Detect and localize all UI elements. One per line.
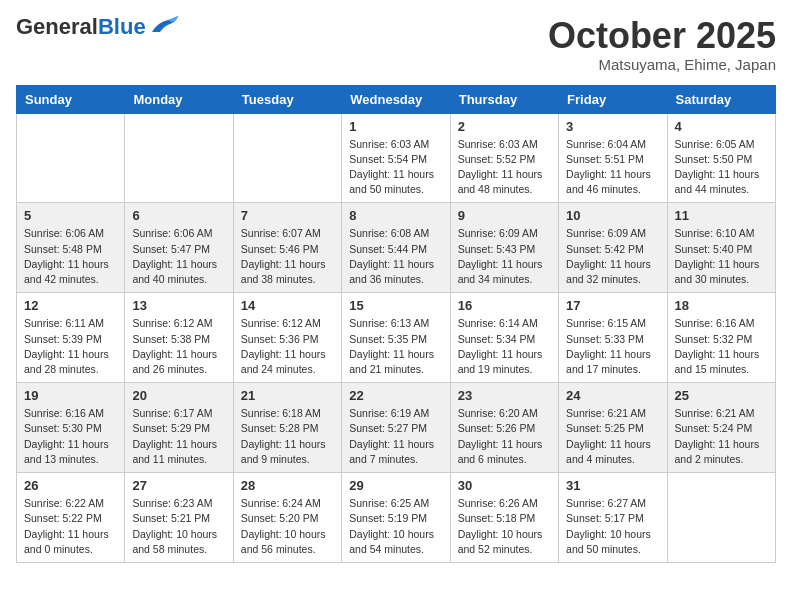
day-number: 26 [24,478,117,493]
day-number: 14 [241,298,334,313]
calendar-cell [125,113,233,203]
calendar-cell: 8Sunrise: 6:08 AM Sunset: 5:44 PM Daylig… [342,203,450,293]
day-info: Sunrise: 6:06 AM Sunset: 5:47 PM Dayligh… [132,226,225,287]
calendar-cell: 2Sunrise: 6:03 AM Sunset: 5:52 PM Daylig… [450,113,558,203]
calendar-cell: 15Sunrise: 6:13 AM Sunset: 5:35 PM Dayli… [342,293,450,383]
day-number: 25 [675,388,768,403]
day-info: Sunrise: 6:27 AM Sunset: 5:17 PM Dayligh… [566,496,659,557]
logo-general-text: General [16,14,98,39]
calendar-cell: 3Sunrise: 6:04 AM Sunset: 5:51 PM Daylig… [559,113,667,203]
calendar-cell: 23Sunrise: 6:20 AM Sunset: 5:26 PM Dayli… [450,383,558,473]
day-info: Sunrise: 6:04 AM Sunset: 5:51 PM Dayligh… [566,137,659,198]
day-info: Sunrise: 6:26 AM Sunset: 5:18 PM Dayligh… [458,496,551,557]
calendar-table: SundayMondayTuesdayWednesdayThursdayFrid… [16,85,776,563]
day-info: Sunrise: 6:19 AM Sunset: 5:27 PM Dayligh… [349,406,442,467]
day-info: Sunrise: 6:03 AM Sunset: 5:54 PM Dayligh… [349,137,442,198]
day-info: Sunrise: 6:15 AM Sunset: 5:33 PM Dayligh… [566,316,659,377]
day-number: 18 [675,298,768,313]
day-number: 6 [132,208,225,223]
logo: GeneralBlue [16,16,180,38]
calendar-cell: 21Sunrise: 6:18 AM Sunset: 5:28 PM Dayli… [233,383,341,473]
day-info: Sunrise: 6:21 AM Sunset: 5:25 PM Dayligh… [566,406,659,467]
day-info: Sunrise: 6:07 AM Sunset: 5:46 PM Dayligh… [241,226,334,287]
calendar-cell: 30Sunrise: 6:26 AM Sunset: 5:18 PM Dayli… [450,473,558,563]
page-header: GeneralBlue October 2025 Matsuyama, Ehim… [16,16,776,73]
calendar-week-row: 12Sunrise: 6:11 AM Sunset: 5:39 PM Dayli… [17,293,776,383]
weekday-header-wednesday: Wednesday [342,85,450,113]
weekday-header-monday: Monday [125,85,233,113]
calendar-week-row: 5Sunrise: 6:06 AM Sunset: 5:48 PM Daylig… [17,203,776,293]
day-info: Sunrise: 6:25 AM Sunset: 5:19 PM Dayligh… [349,496,442,557]
calendar-cell: 5Sunrise: 6:06 AM Sunset: 5:48 PM Daylig… [17,203,125,293]
day-number: 27 [132,478,225,493]
day-number: 8 [349,208,442,223]
day-info: Sunrise: 6:13 AM Sunset: 5:35 PM Dayligh… [349,316,442,377]
day-number: 21 [241,388,334,403]
day-number: 7 [241,208,334,223]
day-number: 30 [458,478,551,493]
calendar-week-row: 19Sunrise: 6:16 AM Sunset: 5:30 PM Dayli… [17,383,776,473]
calendar-cell: 9Sunrise: 6:09 AM Sunset: 5:43 PM Daylig… [450,203,558,293]
calendar-cell: 22Sunrise: 6:19 AM Sunset: 5:27 PM Dayli… [342,383,450,473]
day-number: 29 [349,478,442,493]
calendar-cell: 4Sunrise: 6:05 AM Sunset: 5:50 PM Daylig… [667,113,775,203]
day-info: Sunrise: 6:16 AM Sunset: 5:30 PM Dayligh… [24,406,117,467]
day-number: 4 [675,119,768,134]
calendar-cell: 12Sunrise: 6:11 AM Sunset: 5:39 PM Dayli… [17,293,125,383]
month-title: October 2025 [548,16,776,56]
day-number: 31 [566,478,659,493]
day-info: Sunrise: 6:11 AM Sunset: 5:39 PM Dayligh… [24,316,117,377]
day-number: 16 [458,298,551,313]
day-info: Sunrise: 6:12 AM Sunset: 5:36 PM Dayligh… [241,316,334,377]
weekday-header-thursday: Thursday [450,85,558,113]
calendar-header-row: SundayMondayTuesdayWednesdayThursdayFrid… [17,85,776,113]
day-info: Sunrise: 6:03 AM Sunset: 5:52 PM Dayligh… [458,137,551,198]
day-info: Sunrise: 6:09 AM Sunset: 5:43 PM Dayligh… [458,226,551,287]
calendar-week-row: 1Sunrise: 6:03 AM Sunset: 5:54 PM Daylig… [17,113,776,203]
calendar-cell: 18Sunrise: 6:16 AM Sunset: 5:32 PM Dayli… [667,293,775,383]
day-info: Sunrise: 6:22 AM Sunset: 5:22 PM Dayligh… [24,496,117,557]
day-number: 12 [24,298,117,313]
day-info: Sunrise: 6:05 AM Sunset: 5:50 PM Dayligh… [675,137,768,198]
calendar-cell: 16Sunrise: 6:14 AM Sunset: 5:34 PM Dayli… [450,293,558,383]
day-info: Sunrise: 6:24 AM Sunset: 5:20 PM Dayligh… [241,496,334,557]
calendar-cell: 24Sunrise: 6:21 AM Sunset: 5:25 PM Dayli… [559,383,667,473]
calendar-week-row: 26Sunrise: 6:22 AM Sunset: 5:22 PM Dayli… [17,473,776,563]
day-info: Sunrise: 6:10 AM Sunset: 5:40 PM Dayligh… [675,226,768,287]
calendar-cell: 28Sunrise: 6:24 AM Sunset: 5:20 PM Dayli… [233,473,341,563]
calendar-cell: 13Sunrise: 6:12 AM Sunset: 5:38 PM Dayli… [125,293,233,383]
logo-bird-icon [150,14,180,36]
calendar-cell [17,113,125,203]
calendar-cell [233,113,341,203]
calendar-cell: 11Sunrise: 6:10 AM Sunset: 5:40 PM Dayli… [667,203,775,293]
day-info: Sunrise: 6:12 AM Sunset: 5:38 PM Dayligh… [132,316,225,377]
day-info: Sunrise: 6:23 AM Sunset: 5:21 PM Dayligh… [132,496,225,557]
calendar-cell: 7Sunrise: 6:07 AM Sunset: 5:46 PM Daylig… [233,203,341,293]
day-number: 17 [566,298,659,313]
calendar-cell: 19Sunrise: 6:16 AM Sunset: 5:30 PM Dayli… [17,383,125,473]
day-number: 22 [349,388,442,403]
day-number: 2 [458,119,551,134]
title-block: October 2025 Matsuyama, Ehime, Japan [548,16,776,73]
weekday-header-tuesday: Tuesday [233,85,341,113]
day-number: 1 [349,119,442,134]
calendar-cell: 27Sunrise: 6:23 AM Sunset: 5:21 PM Dayli… [125,473,233,563]
calendar-cell: 26Sunrise: 6:22 AM Sunset: 5:22 PM Dayli… [17,473,125,563]
weekday-header-friday: Friday [559,85,667,113]
calendar-cell: 29Sunrise: 6:25 AM Sunset: 5:19 PM Dayli… [342,473,450,563]
day-number: 24 [566,388,659,403]
day-info: Sunrise: 6:09 AM Sunset: 5:42 PM Dayligh… [566,226,659,287]
day-number: 13 [132,298,225,313]
day-number: 20 [132,388,225,403]
day-number: 5 [24,208,117,223]
day-number: 9 [458,208,551,223]
day-number: 10 [566,208,659,223]
day-number: 3 [566,119,659,134]
calendar-cell: 25Sunrise: 6:21 AM Sunset: 5:24 PM Dayli… [667,383,775,473]
day-info: Sunrise: 6:14 AM Sunset: 5:34 PM Dayligh… [458,316,551,377]
day-info: Sunrise: 6:16 AM Sunset: 5:32 PM Dayligh… [675,316,768,377]
calendar-cell: 1Sunrise: 6:03 AM Sunset: 5:54 PM Daylig… [342,113,450,203]
weekday-header-saturday: Saturday [667,85,775,113]
logo-blue-text: Blue [98,14,146,39]
calendar-cell: 14Sunrise: 6:12 AM Sunset: 5:36 PM Dayli… [233,293,341,383]
